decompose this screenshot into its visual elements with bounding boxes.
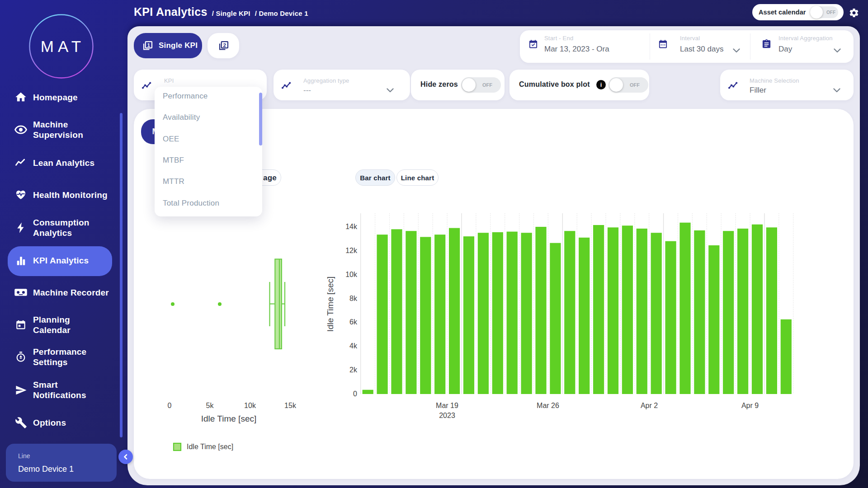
svg-text:2023: 2023 (439, 412, 455, 419)
svg-text:14k: 14k (345, 223, 358, 230)
svg-text:Idle Time [sec]: Idle Time [sec] (326, 277, 335, 332)
svg-text:12k: 12k (345, 247, 358, 254)
svg-text:8k: 8k (349, 295, 358, 302)
svg-text:Apr 2: Apr 2 (641, 402, 658, 409)
svg-text:Idle Time [sec]: Idle Time [sec] (187, 443, 233, 450)
svg-text:0: 0 (353, 390, 357, 398)
svg-text:2: 2 (223, 42, 226, 48)
svg-text:4k: 4k (349, 342, 358, 350)
svg-text:Mar 19: Mar 19 (436, 402, 458, 409)
svg-text:10k: 10k (345, 271, 358, 278)
svg-text:Idle Time [sec]: Idle Time [sec] (201, 414, 257, 423)
svg-text:0: 0 (168, 402, 172, 409)
svg-text:Apr 9: Apr 9 (741, 402, 759, 409)
svg-text:1: 1 (147, 42, 151, 48)
svg-text:6k: 6k (349, 318, 358, 326)
svg-text:15k: 15k (284, 402, 297, 409)
svg-text:Mar 26: Mar 26 (537, 402, 559, 409)
svg-text:5k: 5k (206, 402, 214, 409)
svg-text:2k: 2k (349, 366, 358, 374)
svg-text:10k: 10k (244, 402, 256, 409)
svg-text:MAT: MAT (41, 38, 85, 55)
